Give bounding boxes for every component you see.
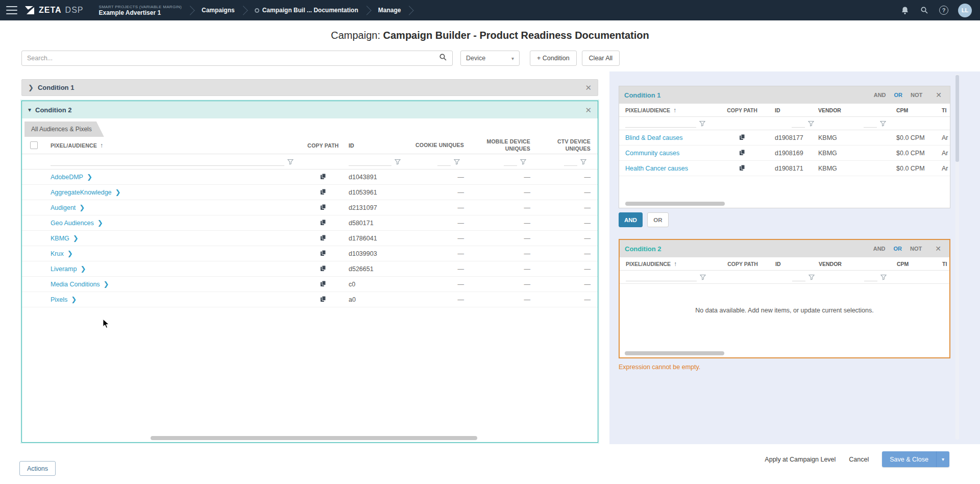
chevron-right-icon[interactable]: ❯ xyxy=(115,188,121,196)
close-icon[interactable]: ✕ xyxy=(585,106,592,114)
chevron-right-icon[interactable]: ❯ xyxy=(28,84,34,91)
filter-funnel-icon[interactable] xyxy=(454,159,460,165)
chevron-right-icon[interactable]: ❯ xyxy=(97,219,103,227)
audience-link[interactable]: Pixels xyxy=(51,296,67,303)
chevron-down-icon[interactable]: ▾ xyxy=(28,106,31,113)
actions-button[interactable]: Actions xyxy=(19,461,56,476)
filter-funnel-icon[interactable] xyxy=(699,120,705,127)
audience-link[interactable]: Liveramp xyxy=(51,265,77,273)
or-operator-button[interactable]: OR xyxy=(890,244,906,254)
column-header[interactable]: TI xyxy=(942,261,947,267)
audience-link[interactable]: Blind & Deaf causes xyxy=(625,134,683,141)
filter-input[interactable] xyxy=(626,273,697,281)
column-header[interactable]: PIXEL/AUDIENCE xyxy=(626,261,671,267)
filter-funnel-icon[interactable] xyxy=(808,120,814,127)
scrollbar-thumb[interactable] xyxy=(625,351,724,355)
clear-all-button[interactable]: Clear All xyxy=(582,51,620,66)
audience-link[interactable]: AdobeDMP xyxy=(51,174,83,181)
connector-or-button[interactable]: OR xyxy=(647,212,669,227)
close-icon[interactable]: ✕ xyxy=(585,84,592,91)
search-input[interactable] xyxy=(27,55,439,62)
sort-ascending-icon[interactable]: ↑ xyxy=(674,260,677,268)
cancel-link[interactable]: Cancel xyxy=(849,456,869,463)
column-header[interactable]: VENDOR xyxy=(818,107,841,113)
condition-1-collapsed-bar[interactable]: ❯ Condition 1 ✕ xyxy=(21,79,598,96)
copy-path-icon[interactable] xyxy=(320,204,326,212)
column-header[interactable]: CTV DEVICE UNIQUES xyxy=(557,138,591,151)
copy-path-icon[interactable] xyxy=(739,164,745,173)
chevron-right-icon[interactable]: ❯ xyxy=(67,250,73,257)
breadcrumb-campaigns[interactable]: Campaigns xyxy=(200,7,237,14)
column-header[interactable]: MOBILE DEVICE UNIQUES xyxy=(487,138,530,151)
copy-path-icon[interactable] xyxy=(320,173,326,181)
zeta-dsp-logo[interactable]: ZETA DSP xyxy=(24,6,84,15)
search-icon[interactable] xyxy=(919,5,929,15)
filter-input[interactable] xyxy=(864,273,877,281)
condition-2-header[interactable]: ▾ Condition 2 ✕ xyxy=(22,101,598,118)
filter-funnel-icon[interactable] xyxy=(880,120,886,127)
copy-path-icon[interactable] xyxy=(320,280,326,288)
not-operator-button[interactable]: NOT xyxy=(906,90,926,100)
filter-input[interactable] xyxy=(504,158,517,166)
notifications-bell-icon[interactable] xyxy=(900,5,910,15)
chevron-right-icon[interactable]: ❯ xyxy=(73,234,79,242)
filter-funnel-icon[interactable] xyxy=(880,274,887,280)
column-header[interactable]: TI xyxy=(942,107,946,113)
chevron-right-icon[interactable]: ❯ xyxy=(79,204,85,211)
filter-funnel-icon[interactable] xyxy=(700,274,706,280)
select-all-checkbox[interactable] xyxy=(30,141,38,149)
copy-path-icon[interactable] xyxy=(320,265,326,273)
add-condition-button[interactable]: + Condition xyxy=(530,51,577,66)
user-avatar[interactable]: LL xyxy=(958,4,972,17)
audience-link[interactable]: Community causes xyxy=(625,150,679,157)
and-operator-button[interactable]: AND xyxy=(870,90,890,100)
column-header[interactable]: PIXEL/AUDIENCE xyxy=(51,142,97,149)
filter-input[interactable] xyxy=(51,158,284,166)
column-header[interactable]: CPM xyxy=(897,261,909,267)
chevron-right-icon[interactable]: ❯ xyxy=(71,296,77,303)
filter-input[interactable] xyxy=(792,119,805,128)
filter-input[interactable] xyxy=(625,119,696,128)
copy-path-icon[interactable] xyxy=(739,149,745,157)
copy-path-icon[interactable] xyxy=(320,234,326,243)
sort-ascending-icon[interactable]: ↑ xyxy=(673,107,676,114)
audience-link[interactable]: Geo Audiences xyxy=(51,220,94,227)
copy-path-icon[interactable] xyxy=(320,188,326,197)
filter-input[interactable] xyxy=(792,273,805,281)
audience-link[interactable]: Krux xyxy=(51,250,64,257)
copy-path-icon[interactable] xyxy=(320,219,326,227)
filter-funnel-icon[interactable] xyxy=(808,274,815,280)
column-header[interactable]: ID xyxy=(349,142,354,149)
filter-input[interactable] xyxy=(564,158,577,166)
save-and-close-button[interactable]: Save & Close xyxy=(882,451,936,467)
copy-path-icon[interactable] xyxy=(320,296,326,304)
scrollbar-thumb[interactable] xyxy=(955,75,959,162)
close-icon[interactable]: ✕ xyxy=(933,90,945,100)
audience-link[interactable]: Audigent xyxy=(51,204,76,211)
audience-link[interactable]: KBMG xyxy=(51,235,69,242)
column-header[interactable]: PIXEL/AUDIENCE xyxy=(625,107,670,113)
filter-input[interactable] xyxy=(349,158,391,166)
or-operator-button[interactable]: OR xyxy=(890,90,907,100)
audience-link[interactable]: Media Conditions xyxy=(51,281,100,288)
chevron-right-icon[interactable]: ❯ xyxy=(80,265,86,273)
apply-at-campaign-level-link[interactable]: Apply at Campaign Level xyxy=(765,456,836,463)
filter-input[interactable] xyxy=(864,119,877,128)
audience-link[interactable]: Health Cancer causes xyxy=(625,165,688,172)
filter-input[interactable] xyxy=(437,158,451,166)
hamburger-menu-icon[interactable] xyxy=(6,6,17,14)
scrollbar-thumb[interactable] xyxy=(151,436,477,440)
scrollbar-thumb[interactable] xyxy=(625,202,725,206)
column-header[interactable]: COOKIE UNIQUES xyxy=(415,142,464,148)
tab-all-audiences-pixels[interactable]: All Audiences & Pixels xyxy=(24,122,104,137)
filter-funnel-icon[interactable] xyxy=(580,159,586,165)
chevron-right-icon[interactable]: ❯ xyxy=(87,173,92,181)
copy-path-icon[interactable] xyxy=(739,134,745,142)
breadcrumb-advertiser[interactable]: SMART PROJECTS (VARIABLE MARGIN) Example… xyxy=(97,5,184,16)
connector-and-button[interactable]: AND xyxy=(619,212,643,227)
sort-ascending-icon[interactable]: ↑ xyxy=(100,142,103,149)
help-icon[interactable]: ? xyxy=(939,5,949,15)
device-dropdown[interactable]: Device ▾ xyxy=(460,51,520,66)
save-options-dropdown[interactable]: ▾ xyxy=(936,451,949,467)
not-operator-button[interactable]: NOT xyxy=(906,244,926,254)
